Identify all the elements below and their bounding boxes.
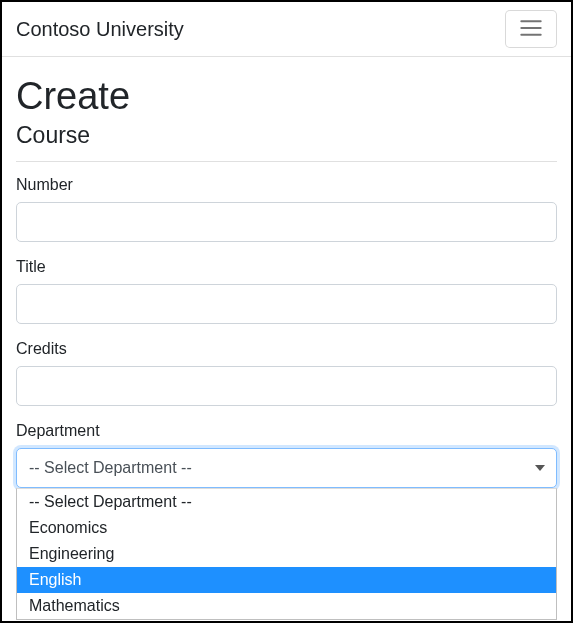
- department-option[interactable]: English: [17, 567, 556, 593]
- credits-group: Credits: [16, 340, 557, 406]
- navbar-toggler[interactable]: [505, 10, 557, 48]
- credits-label: Credits: [16, 340, 557, 358]
- department-dropdown: -- Select Department --EconomicsEngineer…: [16, 488, 557, 620]
- department-option[interactable]: Economics: [17, 515, 556, 541]
- number-group: Number: [16, 176, 557, 242]
- department-select-wrap: -- Select Department -- -- Select Depart…: [16, 448, 557, 488]
- title-input[interactable]: [16, 284, 557, 324]
- title-group: Title: [16, 258, 557, 324]
- department-option[interactable]: Engineering: [17, 541, 556, 567]
- navbar-brand[interactable]: Contoso University: [16, 18, 184, 41]
- number-label: Number: [16, 176, 557, 194]
- department-label: Department: [16, 422, 557, 440]
- page-title: Create: [16, 75, 557, 118]
- credits-input[interactable]: [16, 366, 557, 406]
- department-option[interactable]: Mathematics: [17, 593, 556, 619]
- page-subtitle: Course: [16, 122, 557, 149]
- hamburger-icon: [518, 19, 544, 40]
- navbar: Contoso University: [2, 2, 571, 57]
- department-group: Department -- Select Department -- -- Se…: [16, 422, 557, 488]
- title-label: Title: [16, 258, 557, 276]
- divider: [16, 161, 557, 162]
- chevron-down-icon: [535, 465, 545, 471]
- main-container: Create Course Number Title Credits Depar…: [2, 57, 571, 516]
- number-input[interactable]: [16, 202, 557, 242]
- department-selected-text: -- Select Department --: [29, 459, 192, 477]
- department-option[interactable]: -- Select Department --: [17, 489, 556, 515]
- department-select[interactable]: -- Select Department --: [16, 448, 557, 488]
